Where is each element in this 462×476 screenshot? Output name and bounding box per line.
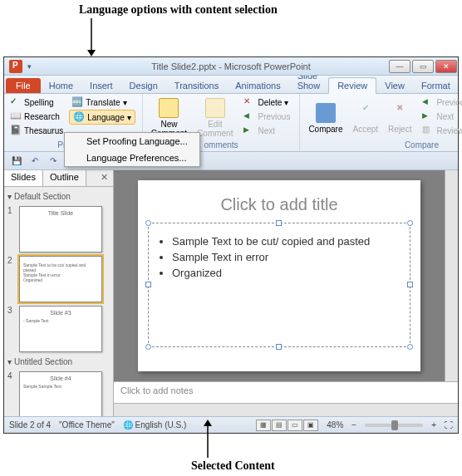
resize-handle[interactable]: [407, 344, 413, 350]
thumbnail-list[interactable]: ▾ Default Section 1 Title Slide 2 Sample…: [4, 187, 113, 416]
reject-icon: [390, 103, 410, 123]
bullet-item[interactable]: Organized: [172, 267, 398, 279]
resize-handle[interactable]: [145, 344, 151, 350]
resize-handle[interactable]: [407, 220, 413, 226]
arrow-bottom-icon: [199, 420, 216, 458]
status-slide-position: Slide 2 of 4: [9, 420, 51, 429]
ribbon-tabstrip: File Home Insert Design Transitions Anim…: [4, 76, 458, 94]
reviewing-pane-button[interactable]: ▥Reviewing Pane: [420, 124, 462, 137]
help-dropdown-icon[interactable]: ▾: [27, 62, 32, 71]
content-placeholder[interactable]: Sample Text to be cut/ copied and pasted…: [148, 223, 410, 347]
notes-pane[interactable]: Click to add notes: [114, 381, 458, 403]
thesaurus-button[interactable]: Thesaurus: [7, 124, 66, 137]
comment-icon: [159, 98, 179, 118]
thumb-row: 4 Slide #4Sample Sample Text: [7, 371, 110, 416]
reject-button[interactable]: Reject: [383, 96, 416, 140]
previous-comment-button[interactable]: Previous: [241, 110, 292, 123]
slide-canvas[interactable]: Click to add title Sample Text to be: [114, 170, 445, 381]
thumb-row: 3 Slide #3- Sample Text: [7, 306, 110, 352]
next-icon: [422, 110, 434, 122]
qat-save-button[interactable]: 💾: [9, 155, 24, 168]
globe-icon: [73, 111, 85, 123]
svg-marker-1: [87, 50, 96, 56]
delete-comment-button[interactable]: Delete ▾: [241, 96, 292, 109]
prev-icon: [243, 110, 255, 122]
zoom-slider[interactable]: [365, 424, 423, 427]
pane-icon: ▥: [422, 125, 434, 136]
accept-button[interactable]: Accept: [348, 96, 384, 140]
annotation-top-label: Language options with content selection: [79, 3, 278, 17]
qat-undo-button[interactable]: ↶: [27, 155, 42, 168]
tab-home[interactable]: Home: [41, 78, 81, 93]
research-button[interactable]: Research: [7, 110, 66, 123]
thumb-tab-outline[interactable]: Outline: [43, 170, 86, 186]
tab-view[interactable]: View: [376, 78, 413, 93]
sorter-view-button[interactable]: ▤: [272, 420, 287, 431]
translate-button[interactable]: Translate ▾: [69, 96, 135, 109]
qat-redo-button[interactable]: ↷: [46, 155, 61, 168]
tab-animations[interactable]: Animations: [227, 78, 288, 93]
spelling-button[interactable]: Spelling: [7, 96, 66, 109]
bullet-item[interactable]: Sample Text to be cut/ copied and pasted: [172, 235, 398, 248]
tab-file[interactable]: File: [6, 78, 41, 93]
minimize-button[interactable]: —: [389, 60, 410, 73]
title-placeholder[interactable]: Click to add title: [148, 192, 410, 223]
thumb-slide-1[interactable]: Title Slide: [19, 206, 102, 253]
thumb-number: 2: [7, 256, 16, 265]
ribbon-help-icon[interactable]: ⓘ: [459, 81, 462, 93]
thumb-slide-2[interactable]: Sample Text to be cut/ copied and pasted…: [19, 256, 102, 302]
next-comment-button[interactable]: Next: [241, 124, 292, 137]
delete-icon: [243, 96, 255, 108]
close-button[interactable]: ✕: [435, 60, 457, 73]
bullet-list[interactable]: Sample Text to be cut/ copied and pasted…: [160, 235, 398, 279]
statusbar: Slide 2 of 4 "Office Theme" 🌐 English (U…: [4, 416, 458, 433]
zoom-in-button[interactable]: +: [431, 420, 436, 429]
reading-view-button[interactable]: ▭: [288, 420, 302, 431]
maximize-button[interactable]: ▭: [412, 60, 434, 73]
resize-handle[interactable]: [276, 220, 282, 226]
horizontal-scrollbar[interactable]: [114, 403, 458, 416]
thesaurus-icon: [10, 125, 22, 136]
edit-comment-icon: [205, 98, 225, 118]
thumb-number: 4: [7, 371, 16, 380]
app-icon: [9, 60, 22, 73]
next-icon: [243, 125, 255, 136]
resize-handle[interactable]: [145, 220, 151, 226]
thumb-row: 2 Sample Text to be cut/ copied and past…: [7, 256, 110, 302]
language-preferences-item[interactable]: Language Preferences...: [65, 150, 199, 166]
compare-next-button[interactable]: Next: [420, 110, 462, 123]
set-proofing-language-item[interactable]: Set Proofing Language...: [65, 133, 199, 150]
compare-button[interactable]: Compare: [303, 96, 347, 140]
annotation-bottom-label: Selected Content: [191, 459, 275, 473]
resize-handle[interactable]: [276, 344, 282, 350]
thumb-slide-4[interactable]: Slide #4Sample Sample Text: [19, 371, 102, 416]
resize-handle[interactable]: [407, 282, 413, 287]
status-language[interactable]: 🌐 English (U.S.): [123, 420, 186, 429]
resize-handle[interactable]: [145, 282, 151, 287]
zoom-level[interactable]: 48%: [327, 420, 343, 429]
titlebar: ▾ Title Slide2.pptx - Microsoft PowerPoi…: [4, 57, 458, 76]
slideshow-view-button[interactable]: ▣: [303, 420, 318, 431]
compare-icon: [316, 103, 336, 123]
compare-prev-button[interactable]: Previous: [420, 96, 462, 109]
language-button[interactable]: Language ▾: [69, 110, 135, 125]
tab-review[interactable]: Review: [328, 77, 376, 94]
powerpoint-window: ▾ Title Slide2.pptx - Microsoft PowerPoi…: [4, 57, 458, 433]
fit-to-window-button[interactable]: ⛶: [445, 420, 453, 429]
thumb-pane-close-icon[interactable]: ✕: [96, 170, 113, 186]
svg-marker-3: [204, 420, 212, 426]
section-header-untitled[interactable]: ▾ Untitled Section: [7, 356, 110, 368]
group-compare-label: Compare: [303, 140, 462, 151]
thumb-slide-3[interactable]: Slide #3- Sample Text: [19, 306, 102, 352]
tab-transitions[interactable]: Transitions: [166, 78, 227, 93]
section-header-default[interactable]: ▾ Default Section: [7, 190, 110, 203]
zoom-thumb[interactable]: [391, 420, 398, 430]
vertical-scrollbar[interactable]: [445, 170, 458, 381]
tab-insert[interactable]: Insert: [81, 78, 121, 93]
zoom-out-button[interactable]: −: [351, 420, 356, 429]
tab-format[interactable]: Format: [413, 78, 459, 93]
thumb-tab-slides[interactable]: Slides: [4, 170, 43, 186]
normal-view-button[interactable]: ▦: [256, 420, 271, 431]
tab-design[interactable]: Design: [121, 78, 166, 93]
bullet-item[interactable]: Sample Text in error: [172, 251, 398, 263]
